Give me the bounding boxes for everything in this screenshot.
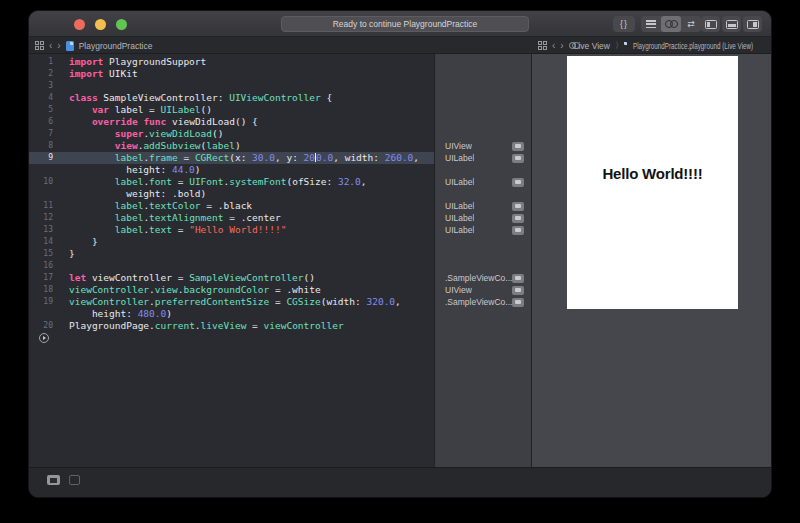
zoom-window-button[interactable] xyxy=(116,19,127,30)
line-number: 5 xyxy=(29,104,53,116)
inspectors-panel-icon xyxy=(747,20,759,29)
code-text: height: 480.0) xyxy=(69,308,172,320)
toggle-console-icon[interactable] xyxy=(47,475,60,485)
toggle-debug-area-button[interactable] xyxy=(722,16,741,32)
line-number xyxy=(29,188,53,200)
breadcrumb-file-name[interactable]: PlaygroundPractice xyxy=(79,41,153,51)
result-label: UILabel xyxy=(445,201,474,211)
code-line[interactable]: 11 label.textColor = .black xyxy=(29,200,434,212)
library-icon: {} xyxy=(620,19,628,29)
code-text: weight: .bold) xyxy=(69,188,206,200)
code-line[interactable]: 6 override func viewDidLoad() { xyxy=(29,116,434,128)
forward-button[interactable]: › xyxy=(560,41,563,51)
show-result-button[interactable] xyxy=(512,154,524,163)
result-label: UILabel xyxy=(445,177,474,187)
source-editor[interactable]: 1import PlaygroundSupport2import UIKit34… xyxy=(29,54,434,467)
version-editor-button[interactable]: ⇄ xyxy=(681,16,701,32)
line-number: 17 xyxy=(29,272,53,284)
result-item: UILabel xyxy=(435,152,531,164)
debug-area-panel-icon xyxy=(726,20,738,29)
result-label: UILabel xyxy=(445,213,474,223)
result-label: UILabel xyxy=(445,225,474,235)
editor-mode-group: ⇄ xyxy=(641,16,701,32)
code-line[interactable]: height: 480.0) xyxy=(29,308,434,320)
navigator-panel-icon xyxy=(705,20,717,29)
related-items-icon[interactable] xyxy=(35,41,44,50)
playground-file-icon xyxy=(66,41,74,51)
xcode-window: Ready to continue PlaygroundPractice {} … xyxy=(28,10,772,498)
code-line[interactable]: 9 label.frame = CGRect(x: 30.0, y: 200.0… xyxy=(29,152,434,164)
line-number: 13 xyxy=(29,224,53,236)
result-label: .SampleViewCo... xyxy=(445,273,512,283)
standard-editor-button[interactable] xyxy=(641,16,661,32)
code-text: var label = UILabel() xyxy=(69,104,212,116)
code-line[interactable]: weight: .bold) xyxy=(29,188,434,200)
standard-editor-icon xyxy=(646,20,656,28)
code-area[interactable]: 1import PlaygroundSupport2import UIKit34… xyxy=(29,56,434,332)
back-button[interactable]: ‹ xyxy=(552,41,555,51)
live-view-pane: Hello World!!!! xyxy=(531,54,772,467)
code-line[interactable]: 15} xyxy=(29,248,434,260)
code-line[interactable]: 7 super.viewDidLoad() xyxy=(29,128,434,140)
minimize-window-button[interactable] xyxy=(95,19,106,30)
hello-world-label: Hello World!!!! xyxy=(567,165,738,182)
code-text: viewController.preferredContentSize = CG… xyxy=(69,296,401,308)
code-line[interactable]: 14 } xyxy=(29,236,434,248)
line-number: 19 xyxy=(29,296,53,308)
code-line[interactable]: 17let viewController = SampleViewControl… xyxy=(29,272,434,284)
code-line[interactable]: 12 label.textAlignment = .center xyxy=(29,212,434,224)
code-line[interactable]: height: 44.0) xyxy=(29,164,434,176)
filter-console-icon[interactable] xyxy=(69,475,80,485)
code-line[interactable]: 13 label.text = "Hello World!!!!" xyxy=(29,224,434,236)
show-result-button[interactable] xyxy=(512,286,524,295)
code-text: super.viewDidLoad() xyxy=(69,128,223,140)
back-button[interactable]: ‹ xyxy=(49,41,52,51)
line-number: 10 xyxy=(29,176,53,188)
library-button[interactable]: {} xyxy=(613,16,635,32)
forward-button[interactable]: › xyxy=(57,41,60,51)
code-line[interactable]: 1import PlaygroundSupport xyxy=(29,56,434,68)
show-result-button[interactable] xyxy=(512,142,524,151)
code-line[interactable]: 3 xyxy=(29,80,434,92)
code-line[interactable]: 10 label.font = UIFont.systemFont(ofSize… xyxy=(29,176,434,188)
code-line[interactable]: 20PlaygroundPage.current.liveView = view… xyxy=(29,320,434,332)
code-line[interactable]: 16 xyxy=(29,260,434,272)
show-result-button[interactable] xyxy=(512,214,524,223)
line-number: 7 xyxy=(29,128,53,140)
line-number: 12 xyxy=(29,212,53,224)
line-number xyxy=(29,308,53,320)
code-text: } xyxy=(69,248,75,260)
line-number: 18 xyxy=(29,284,53,296)
code-text: label.text = "Hello World!!!!" xyxy=(69,224,286,236)
line-number: 15 xyxy=(29,248,53,260)
toggle-inspectors-button[interactable] xyxy=(743,16,762,32)
show-result-button[interactable] xyxy=(512,226,524,235)
code-line[interactable]: 8 view.addSubview(label) xyxy=(29,140,434,152)
code-text: } xyxy=(69,236,98,248)
code-line[interactable]: 4class SampleViewController: UIViewContr… xyxy=(29,92,434,104)
show-result-button[interactable] xyxy=(512,202,524,211)
play-icon xyxy=(43,336,46,340)
code-line[interactable]: 18viewController.view.backgroundColor = … xyxy=(29,284,434,296)
assistant-editor-button[interactable] xyxy=(661,16,681,32)
panel-toggle-group xyxy=(701,16,762,32)
line-number: 20 xyxy=(29,320,53,332)
code-line[interactable]: 2import UIKit xyxy=(29,68,434,80)
code-text: view.addSubview(label) xyxy=(69,140,241,152)
code-text: import UIKit xyxy=(69,68,138,80)
show-result-button[interactable] xyxy=(512,274,524,283)
debug-bar xyxy=(29,467,771,498)
line-number: 11 xyxy=(29,200,53,212)
result-item: UIView xyxy=(435,284,531,296)
code-line[interactable]: 5 var label = UILabel() xyxy=(29,104,434,116)
related-items-icon[interactable] xyxy=(538,41,547,50)
close-window-button[interactable] xyxy=(74,19,85,30)
show-result-button[interactable] xyxy=(512,298,524,307)
code-line[interactable]: 19viewController.preferredContentSize = … xyxy=(29,296,434,308)
breadcrumb-live-view-path[interactable]: PlaygroundPractice.playground (Live View… xyxy=(633,41,753,51)
show-result-button[interactable] xyxy=(512,178,524,187)
results-sidebar: UIViewUILabelUILabelUILabelUILabelUILabe… xyxy=(434,54,531,467)
run-playground-button[interactable] xyxy=(39,333,49,343)
line-number: 4 xyxy=(29,92,53,104)
toggle-navigator-button[interactable] xyxy=(701,16,720,32)
